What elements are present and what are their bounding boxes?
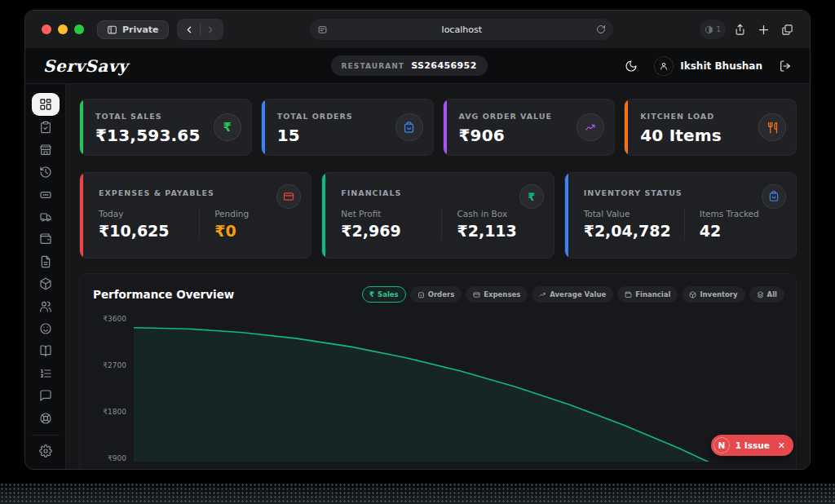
- app-logo[interactable]: ServSavy: [43, 56, 128, 76]
- feedback-smiley-icon: [39, 322, 52, 335]
- sidebar: [25, 84, 66, 469]
- sidebar-item-history[interactable]: [32, 161, 60, 183]
- panel-financials: FINANCIALS ₹ Net Profit ₹2,969 Cash in B…: [321, 172, 554, 259]
- url-text: localhost: [328, 24, 596, 35]
- accent-bar: [625, 99, 628, 155]
- settings-icon: [39, 444, 52, 458]
- share-button[interactable]: [734, 24, 746, 36]
- y-axis: ₹3600₹2700₹1800₹900: [93, 310, 134, 462]
- header-actions: Ikshit Bhushan: [625, 56, 792, 76]
- new-tab-button[interactable]: [758, 24, 770, 36]
- messages-icon: [39, 389, 52, 402]
- menu-book-icon: [39, 344, 52, 357]
- metric-total-value: Total Value ₹2,04,782: [584, 209, 684, 240]
- y-axis-tick: ₹900: [108, 454, 126, 462]
- sidebar-item-lists[interactable]: [32, 363, 60, 384]
- restaurant-badge: RESTAURANT SS26456952: [331, 55, 488, 76]
- sidebar-item-store[interactable]: [32, 139, 60, 161]
- accent-bar: [322, 173, 325, 258]
- y-axis-tick: ₹1800: [103, 408, 126, 416]
- sidebar-item-dashboard[interactable]: [32, 93, 60, 116]
- sidebar-item-settings[interactable]: [32, 440, 60, 462]
- issue-close-button[interactable]: ✕: [775, 440, 788, 451]
- tab-all[interactable]: All: [749, 286, 784, 303]
- wallet-icon: [625, 291, 632, 298]
- stat-card-avg-order-value: AVG ORDER VALUE ₹906: [443, 99, 616, 156]
- sidebar-toggle-icon: [107, 24, 117, 35]
- desktop-background-texture: [0, 483, 835, 504]
- address-bar[interactable]: localhost: [310, 19, 613, 40]
- address-bar-area: localhost: [232, 19, 691, 40]
- sidebar-item-support[interactable]: [32, 407, 60, 428]
- package-icon: [689, 291, 696, 298]
- nextjs-icon: N: [714, 437, 730, 453]
- panel-metrics: Today ₹10,625 Pending ₹0: [99, 209, 299, 240]
- metric-today: Today ₹10,625: [99, 209, 199, 240]
- shopping-bag-icon: [395, 113, 423, 141]
- zoom-window-button[interactable]: [74, 24, 84, 34]
- forward-button[interactable]: [201, 20, 220, 38]
- extension-count: 1: [716, 25, 721, 33]
- tab-sales[interactable]: ₹Sales: [362, 286, 406, 303]
- private-browsing-badge[interactable]: Private: [97, 20, 169, 39]
- sidebar-item-menu-book[interactable]: [32, 340, 60, 361]
- page-settings-icon: [317, 24, 328, 35]
- user-name: Ikshit Bhushan: [680, 60, 762, 72]
- sidebar-item-documents[interactable]: [32, 251, 60, 272]
- metric-items-tracked: Items Tracked 42: [684, 209, 784, 240]
- rupee-icon: ₹: [369, 290, 374, 298]
- chart-plot-area: [134, 310, 788, 462]
- issue-badge[interactable]: N 1 Issue ✕: [711, 435, 793, 456]
- sidebar-item-inventory[interactable]: [32, 273, 60, 294]
- tab-inventory[interactable]: Inventory: [682, 286, 744, 303]
- browser-window: Private localhost 1: [24, 10, 811, 470]
- panel-metrics: Net Profit ₹2,969 Cash in Box ₹2,113: [341, 209, 541, 240]
- sidebar-item-orders[interactable]: [32, 117, 60, 138]
- accent-bar: [444, 99, 447, 155]
- sidebar-item-feedback[interactable]: [32, 318, 60, 339]
- tab-financial[interactable]: Financial: [617, 286, 678, 303]
- panel-inventory-status: INVENTORY STATUS Total Value ₹2,04,782 I…: [564, 172, 797, 259]
- tab-orders[interactable]: Orders: [410, 286, 462, 303]
- extension-badge[interactable]: 1: [700, 20, 726, 39]
- panel-title: FINANCIALS: [341, 188, 541, 197]
- stat-card-total-sales: TOTAL SALES ₹13,593.65 ₹: [79, 99, 252, 156]
- restaurant-label: RESTAURANT: [342, 62, 405, 70]
- stat-card-kitchen-load: KITCHEN LOAD 40 Items: [624, 99, 797, 156]
- accent-bar: [80, 173, 83, 258]
- trending-up-icon: [539, 291, 546, 298]
- close-window-button[interactable]: [42, 24, 51, 34]
- dashboard-icon: [39, 98, 52, 111]
- sidebar-item-pos[interactable]: [32, 183, 60, 205]
- plus-icon: [758, 24, 770, 36]
- layers-icon: [757, 291, 764, 298]
- theme-toggle-button[interactable]: [625, 60, 638, 73]
- store-icon: [39, 144, 52, 157]
- panel-title: EXPENSES & PAYABLES: [99, 188, 299, 197]
- reload-icon[interactable]: [596, 24, 606, 34]
- back-button[interactable]: [180, 20, 200, 38]
- accent-bar: [80, 99, 83, 155]
- metric-pending: Pending ₹0: [199, 209, 299, 240]
- inventory-box-icon: [39, 277, 52, 290]
- sidebar-item-messages[interactable]: [32, 385, 60, 406]
- app-body: TOTAL SALES ₹13,593.65 ₹ TOTAL ORDERS 15…: [25, 84, 810, 469]
- minimize-window-button[interactable]: [58, 24, 68, 34]
- tabs-overview-icon: [781, 24, 793, 36]
- restaurant-id: SS26456952: [411, 60, 477, 71]
- tabs-overview-button[interactable]: [781, 24, 793, 36]
- metric-cash-in-box: Cash in Box ₹2,113: [441, 209, 541, 240]
- support-icon: [39, 412, 52, 425]
- sidebar-item-delivery[interactable]: [32, 206, 60, 228]
- sidebar-item-wallet[interactable]: [32, 228, 60, 250]
- orders-clipboard-icon: [39, 121, 52, 134]
- sidebar-item-staff[interactable]: [32, 295, 60, 316]
- tab-expenses[interactable]: Expenses: [466, 286, 528, 303]
- shopping-bag-icon: [762, 184, 786, 209]
- user-menu[interactable]: Ikshit Bhushan: [654, 56, 762, 76]
- logout-button[interactable]: [779, 60, 792, 73]
- tab-average-value[interactable]: Average Value: [532, 286, 613, 303]
- accent-bar: [565, 173, 568, 258]
- traffic-lights: [42, 24, 84, 34]
- performance-chart: ₹3600₹2700₹1800₹900: [93, 310, 788, 462]
